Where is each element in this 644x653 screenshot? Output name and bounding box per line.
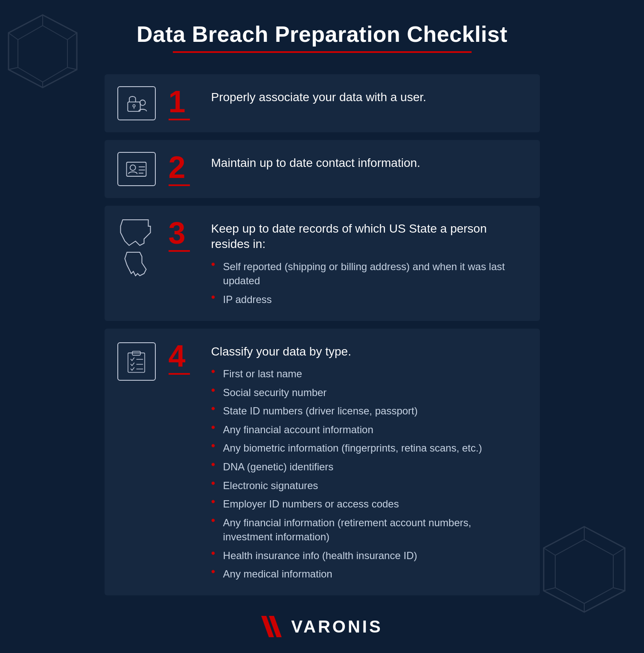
step-3-underline [169, 250, 190, 252]
step-3-title: Keep up to date records of which US Stat… [211, 221, 523, 252]
contact-card-icon [125, 157, 148, 181]
step-4-bullet-8: Any financial information (retirement ac… [211, 513, 523, 546]
step-2-content: Maintain up to date contact information. [211, 152, 523, 176]
step-4-bullet-6: Electronic signatures [211, 476, 523, 495]
svg-point-19 [140, 100, 146, 105]
step-4-content: Classify your data by type. First or las… [211, 341, 523, 584]
step-3-bullet-1: IP address [211, 290, 523, 309]
svg-point-17 [133, 105, 135, 107]
page-wrapper: Data Breach Preparation Checklist [0, 0, 644, 653]
step-4-bullet-list: First or last name Social security numbe… [211, 364, 523, 583]
step-4-bullet-7: Employer ID numbers or access codes [211, 495, 523, 513]
varonis-logo-icon [261, 616, 287, 637]
step-2-number-wrap: 2 [169, 152, 198, 186]
step-3-bullet-0: Self reported (shipping or billing addre… [211, 257, 523, 290]
step-4-bullet-1: Social security number [211, 383, 523, 402]
svg-line-11 [613, 548, 625, 555]
step-1-number: 1 [169, 85, 186, 119]
step-4-icon-box [117, 342, 156, 381]
step-1-icon-box [117, 86, 156, 120]
step-2-row: 2 Maintain up to date contact informatio… [105, 140, 540, 198]
step-2-title: Maintain up to date contact information. [211, 155, 523, 171]
step-4-bullet-9: Health insurance info (health insurance … [211, 546, 523, 565]
svg-line-3 [67, 33, 77, 40]
varonis-logo: VARONIS [261, 616, 382, 637]
lock-user-icon [125, 92, 148, 115]
step-4-title: Classify your data by type. [211, 344, 523, 359]
footer: VARONIS [105, 603, 540, 646]
step-4-number: 4 [169, 339, 186, 373]
svg-rect-20 [127, 162, 146, 176]
svg-line-4 [67, 67, 77, 70]
step-4-bullet-2: State ID numbers (driver license, passpo… [211, 402, 523, 420]
svg-line-7 [9, 33, 18, 40]
florida-icon [117, 250, 154, 280]
checklist-icon [125, 350, 148, 373]
title-underline [173, 51, 472, 53]
step-4-bullet-4: Any biometric information (fingerprints,… [211, 439, 523, 458]
step-3-content: Keep up to date records of which US Stat… [211, 218, 523, 309]
svg-line-12 [613, 588, 625, 591]
step-4-underline [169, 373, 190, 375]
svg-marker-9 [555, 539, 613, 603]
bg-hex-top-left [4, 13, 81, 100]
texas-icon [117, 218, 154, 248]
step-1-number-wrap: 1 [169, 86, 198, 120]
step-4-bullet-5: DNA (genetic) identifiers [211, 458, 523, 476]
step-4-bullet-3: Any financial account information [211, 420, 523, 439]
step-3-row: 3 Keep up to date records of which US St… [105, 206, 540, 321]
content-area: Data Breach Preparation Checklist [87, 0, 557, 653]
svg-rect-25 [128, 353, 145, 373]
svg-point-21 [130, 165, 136, 170]
step-4-row: 4 Classify your data by type. First or l… [105, 329, 540, 596]
varonis-brand-text: VARONIS [291, 617, 382, 636]
step-3-number: 3 [169, 216, 186, 250]
step-4-bullet-0: First or last name [211, 364, 523, 383]
step-2-number: 2 [169, 150, 186, 184]
step-4-bullet-10: Any medical information [211, 565, 523, 583]
svg-rect-16 [128, 102, 140, 111]
step-1-row: 1 Properly associate your data with a us… [105, 74, 540, 132]
svg-marker-1 [18, 26, 67, 82]
step-3-bullet-list: Self reported (shipping or billing addre… [211, 257, 523, 309]
step-3-icon-box [117, 218, 156, 280]
step-1-content: Properly associate your data with a user… [211, 86, 523, 110]
svg-line-6 [9, 67, 18, 70]
step-2-icon-box [117, 152, 156, 186]
step-2-underline [169, 184, 190, 186]
step-3-number-wrap: 3 [169, 218, 198, 252]
page-title: Data Breach Preparation Checklist [105, 21, 540, 47]
step-1-title: Properly associate your data with a user… [211, 90, 523, 105]
step-1-underline [169, 119, 190, 120]
step-4-number-wrap: 4 [169, 341, 198, 375]
